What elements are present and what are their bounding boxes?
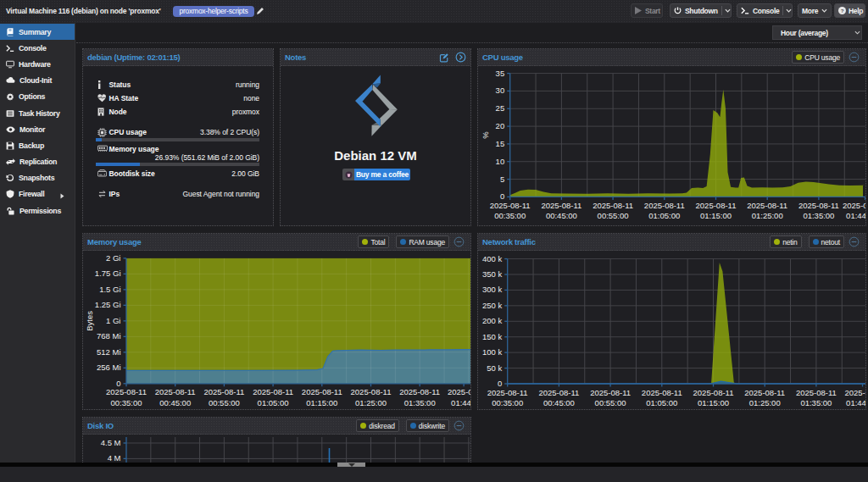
- svg-text:256 Mi: 256 Mi: [97, 363, 121, 372]
- svg-text:2025-08-11: 2025-08-11: [538, 388, 579, 397]
- svg-text:2025-08-11: 2025-08-11: [155, 387, 196, 396]
- svg-text:01:44: 01:44: [451, 398, 470, 407]
- svg-text:50 k: 50 k: [487, 363, 502, 373]
- svg-text:1.25 Gi: 1.25 Gi: [95, 300, 121, 309]
- svg-text:0: 0: [498, 379, 502, 388]
- svg-text:1 Gi: 1 Gi: [106, 316, 120, 325]
- svg-text:01:35:00: 01:35:00: [800, 398, 832, 407]
- svg-text:2025-08-11: 2025-08-11: [747, 201, 787, 210]
- svg-text:00:35:00: 00:35:00: [494, 211, 526, 220]
- svg-text:?: ?: [841, 8, 844, 14]
- svg-text:2025-08-11: 2025-08-11: [106, 387, 147, 396]
- svg-text:01:35:00: 01:35:00: [404, 398, 436, 407]
- svg-text:2025-08-11: 2025-08-11: [843, 201, 865, 210]
- svg-text:2025-08-11: 2025-08-11: [399, 387, 440, 396]
- svg-text:400 k: 400 k: [482, 254, 502, 263]
- svg-text:2025-08-11: 2025-08-11: [448, 387, 470, 396]
- svg-text:2025-08-11: 2025-08-11: [490, 201, 531, 210]
- svg-text:2025-08-11: 2025-08-11: [744, 388, 785, 397]
- svg-text:01:15:00: 01:15:00: [698, 398, 729, 407]
- svg-text:4 M: 4 M: [108, 453, 121, 463]
- svg-text:2025-08-11: 2025-08-11: [693, 388, 734, 397]
- svg-text:30: 30: [496, 86, 505, 95]
- svg-text:00:35:00: 00:35:00: [111, 398, 142, 407]
- svg-text:00:45:00: 00:45:00: [543, 398, 575, 407]
- svg-text:00:35:00: 00:35:00: [492, 398, 523, 407]
- svg-text:0: 0: [500, 191, 504, 201]
- svg-text:01:25:00: 01:25:00: [749, 398, 781, 407]
- svg-text:00:45:00: 00:45:00: [159, 398, 191, 407]
- svg-text:2025-08-11: 2025-08-11: [644, 201, 685, 210]
- svg-text:2025-08-11: 2025-08-11: [844, 388, 865, 397]
- svg-text:150 k: 150 k: [482, 332, 502, 341]
- svg-text:2025-08-11: 2025-08-11: [696, 201, 737, 210]
- svg-text:00:45:00: 00:45:00: [546, 211, 577, 220]
- svg-text:01:05:00: 01:05:00: [646, 398, 677, 407]
- svg-text:350 k: 350 k: [482, 269, 502, 279]
- svg-text:1.5 Gi: 1.5 Gi: [99, 285, 120, 294]
- svg-text:768 Mi: 768 Mi: [97, 331, 121, 341]
- svg-text:01:35:00: 01:35:00: [803, 211, 834, 220]
- svg-text:01:25:00: 01:25:00: [355, 398, 387, 407]
- svg-text:01:44: 01:44: [846, 398, 865, 407]
- svg-text:2025-08-11: 2025-08-11: [593, 201, 633, 210]
- svg-text:10: 10: [496, 157, 505, 166]
- svg-text:Bytes: Bytes: [85, 311, 94, 331]
- svg-text:01:44: 01:44: [846, 211, 865, 220]
- svg-text:2025-08-11: 2025-08-11: [253, 387, 293, 396]
- svg-text:5: 5: [500, 175, 504, 184]
- svg-text:01:25:00: 01:25:00: [752, 211, 783, 220]
- svg-text:2025-08-11: 2025-08-11: [642, 388, 682, 397]
- svg-text:25: 25: [496, 103, 505, 113]
- svg-text:2025-08-11: 2025-08-11: [203, 387, 244, 396]
- svg-text:15: 15: [496, 139, 505, 148]
- svg-text:0: 0: [116, 379, 120, 388]
- svg-text:01:05:00: 01:05:00: [648, 211, 680, 220]
- svg-text:01:05:00: 01:05:00: [258, 398, 289, 407]
- svg-text:2025-08-11: 2025-08-11: [351, 387, 392, 396]
- svg-text:2025-08-11: 2025-08-11: [796, 388, 837, 397]
- svg-text:2025-08-11: 2025-08-11: [541, 201, 581, 210]
- svg-text:%: %: [481, 131, 490, 139]
- svg-text:35: 35: [496, 69, 505, 78]
- svg-text:200 k: 200 k: [482, 316, 502, 325]
- svg-text:100 k: 100 k: [482, 347, 502, 357]
- svg-text:4.5 M: 4.5 M: [101, 438, 121, 447]
- svg-text:01:15:00: 01:15:00: [700, 211, 732, 220]
- svg-text:2025-08-11: 2025-08-11: [487, 388, 528, 397]
- svg-text:2 Gi: 2 Gi: [106, 253, 120, 263]
- svg-text:00:55:00: 00:55:00: [595, 398, 626, 407]
- svg-text:2025-08-11: 2025-08-11: [798, 201, 839, 210]
- svg-text:2025-08-11: 2025-08-11: [590, 388, 631, 397]
- svg-text:00:55:00: 00:55:00: [209, 398, 240, 407]
- svg-text:300 k: 300 k: [482, 285, 502, 294]
- svg-text:2025-08-11: 2025-08-11: [302, 387, 342, 396]
- svg-text:01:15:00: 01:15:00: [306, 398, 337, 407]
- svg-text:250 k: 250 k: [482, 301, 502, 310]
- svg-text:20: 20: [496, 121, 505, 130]
- svg-text:512 Mi: 512 Mi: [97, 347, 121, 357]
- svg-text:00:55:00: 00:55:00: [598, 211, 629, 220]
- svg-text:1.75 Gi: 1.75 Gi: [95, 269, 121, 278]
